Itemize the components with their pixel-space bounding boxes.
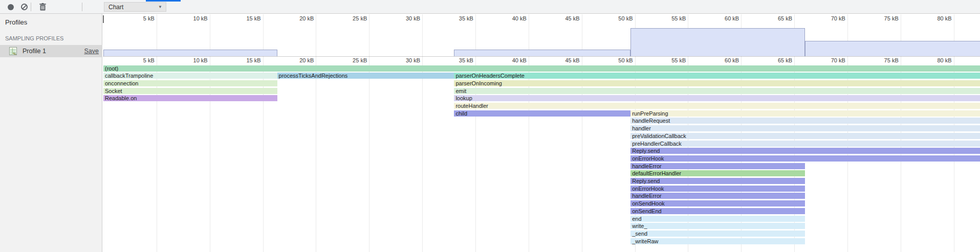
flame-segment-label: callbackTrampoline bbox=[103, 73, 277, 79]
flame-segment-label: onErrorHook bbox=[630, 155, 980, 162]
flame-segment-label: lookup bbox=[454, 95, 980, 101]
profile-name: Profile 1 bbox=[23, 48, 46, 55]
flame-segment-label: child bbox=[454, 110, 630, 117]
flame-segment-label: preHandlerCallback bbox=[630, 141, 980, 147]
flame-segment[interactable]: handleRequest bbox=[630, 118, 980, 124]
ruler-tick-label: 25 kB bbox=[336, 57, 367, 64]
flame-segment-label: Reply.send bbox=[630, 148, 980, 154]
flame-segment[interactable]: write_ bbox=[630, 223, 805, 229]
flame-segment[interactable]: Readable.on bbox=[103, 95, 277, 101]
flame-segment[interactable]: onSendEnd bbox=[630, 208, 805, 214]
profiles-sidebar: Profiles SAMPLING PROFILES % Profile 1 S… bbox=[0, 14, 102, 252]
ruler-tick-label: 80 kB bbox=[921, 15, 952, 22]
flame-segment[interactable]: onSendHook bbox=[630, 200, 805, 207]
flame-segment[interactable]: preHandlerCallback bbox=[630, 141, 980, 147]
profile-list-item[interactable]: % Profile 1 Save bbox=[0, 45, 102, 57]
ruler-tick-label: 25 kB bbox=[336, 15, 367, 22]
ruler-tick-label: 20 kB bbox=[283, 57, 314, 64]
ruler-tick-label: 50 kB bbox=[602, 57, 633, 64]
ruler-gridline bbox=[422, 14, 423, 252]
flame-segment-label: end bbox=[630, 216, 805, 222]
flame-segment-label: runPreParsing bbox=[630, 110, 980, 117]
flame-segment-label: _writeRaw bbox=[630, 238, 805, 244]
ruler-tick-label: 20 kB bbox=[283, 15, 314, 22]
profiles-title: Profiles bbox=[5, 18, 27, 26]
delete-profile-button[interactable] bbox=[36, 0, 49, 14]
overview-memory-step[interactable] bbox=[630, 28, 805, 56]
flame-segment-label: handler bbox=[630, 125, 980, 131]
flame-segment-label: Readable.on bbox=[103, 95, 277, 101]
flame-segment[interactable]: _send bbox=[630, 231, 805, 237]
overview-memory-step[interactable] bbox=[454, 50, 630, 56]
flame-segment[interactable]: Reply.send bbox=[630, 148, 980, 154]
flame-segment[interactable]: onErrorHook bbox=[630, 186, 805, 192]
record-heap-profile-button[interactable] bbox=[4, 0, 17, 14]
flame-segment[interactable]: onconnection bbox=[103, 80, 277, 86]
save-profile-link[interactable]: Save bbox=[84, 48, 99, 55]
flame-segment-label: handleError bbox=[630, 193, 805, 199]
flame-segment[interactable]: child bbox=[454, 110, 630, 117]
flame-segment-label: onSendEnd bbox=[630, 208, 805, 214]
ruler-tick-label: 15 kB bbox=[230, 57, 261, 64]
ruler-tick-label: 10 kB bbox=[177, 15, 208, 22]
chart-view-select[interactable]: Chart ▼ bbox=[104, 2, 166, 12]
flame-segment-label: defaultErrorHandler bbox=[630, 170, 805, 176]
flame-segment[interactable]: handler bbox=[630, 125, 980, 131]
ruler-tick-label: 5 kB bbox=[124, 15, 155, 22]
active-tab-indicator bbox=[146, 0, 181, 2]
flame-segment[interactable]: defaultErrorHandler bbox=[630, 170, 805, 176]
flame-segment[interactable]: handleError bbox=[630, 163, 805, 169]
flame-segment[interactable]: runPreParsing bbox=[630, 110, 980, 117]
ruler-tick-label: 35 kB bbox=[443, 15, 473, 22]
memory-profiler-panel: Chart ▼ Profiles SAMPLING PROFILES % Pro… bbox=[0, 0, 980, 252]
overview-memory-step[interactable] bbox=[805, 41, 980, 56]
flame-segment-label: Socket bbox=[103, 88, 277, 94]
flame-segment[interactable]: callbackTrampoline bbox=[103, 73, 277, 79]
ruler-tick-label: 45 kB bbox=[549, 15, 580, 22]
flame-segment-label: handleRequest bbox=[630, 118, 980, 124]
flame-segment[interactable]: processTicksAndRejections bbox=[277, 73, 454, 79]
chart-view-select-value: Chart bbox=[104, 4, 158, 11]
flame-segment-label: write_ bbox=[630, 223, 805, 229]
flame-segment[interactable]: _writeRaw bbox=[630, 238, 805, 244]
flame-segment[interactable]: Socket bbox=[103, 88, 277, 94]
flame-segment[interactable]: parserOnIncoming bbox=[454, 80, 980, 86]
ruler-tick-label: 15 kB bbox=[230, 15, 261, 22]
ruler-tick-label: 40 kB bbox=[496, 57, 527, 64]
clear-profiles-button[interactable] bbox=[17, 0, 31, 14]
ruler-tick-label: 65 kB bbox=[761, 57, 792, 64]
ruler-tick-label: 45 kB bbox=[549, 57, 580, 64]
ruler-tick-label: 55 kB bbox=[655, 57, 686, 64]
flame-segment[interactable]: Reply.send bbox=[630, 178, 805, 184]
flame-segment[interactable]: onErrorHook bbox=[630, 155, 980, 162]
heap-profile-icon: % bbox=[9, 47, 17, 55]
flame-segment[interactable]: handleError bbox=[630, 193, 805, 199]
ruler-tick-label: 70 kB bbox=[815, 15, 845, 22]
sampling-profiles-section-title: SAMPLING PROFILES bbox=[5, 35, 63, 41]
flame-segment-label: onSendHook bbox=[630, 200, 805, 207]
ruler-tick-label: 80 kB bbox=[921, 57, 952, 64]
overview-bottom-border bbox=[103, 56, 980, 57]
flame-segment[interactable]: end bbox=[630, 216, 805, 222]
ruler-tick-label: 5 kB bbox=[124, 57, 155, 64]
flame-segment[interactable]: emit bbox=[454, 88, 980, 94]
ruler-tick-label: 55 kB bbox=[655, 15, 686, 22]
flame-segment-label: emit bbox=[454, 88, 980, 94]
flame-segment[interactable]: lookup bbox=[454, 95, 980, 101]
ruler-tick-label: 75 kB bbox=[868, 15, 899, 22]
flame-chart-pane[interactable]: 5 kB5 kB10 kB10 kB15 kB15 kB20 kB20 kB25… bbox=[103, 14, 980, 252]
flame-segment[interactable]: preValidationCallback bbox=[630, 133, 980, 139]
ruler-tick-label: 30 kB bbox=[389, 57, 420, 64]
flame-segment[interactable]: parserOnHeadersComplete bbox=[454, 73, 980, 79]
overview-left-grip[interactable] bbox=[103, 15, 104, 23]
flame-segment-label: routeHandler bbox=[454, 103, 980, 109]
flame-segment-label: (root) bbox=[103, 65, 980, 72]
ruler-tick-label: 65 kB bbox=[761, 15, 792, 22]
flame-segment-label: preValidationCallback bbox=[630, 133, 980, 139]
flame-segment[interactable]: (root) bbox=[103, 65, 980, 72]
trash-icon bbox=[39, 3, 46, 11]
overview-memory-step[interactable] bbox=[103, 50, 277, 56]
flame-segment[interactable]: routeHandler bbox=[454, 103, 980, 109]
toolbar-pane-separator bbox=[82, 3, 82, 11]
flame-segment-label: onconnection bbox=[103, 80, 277, 86]
